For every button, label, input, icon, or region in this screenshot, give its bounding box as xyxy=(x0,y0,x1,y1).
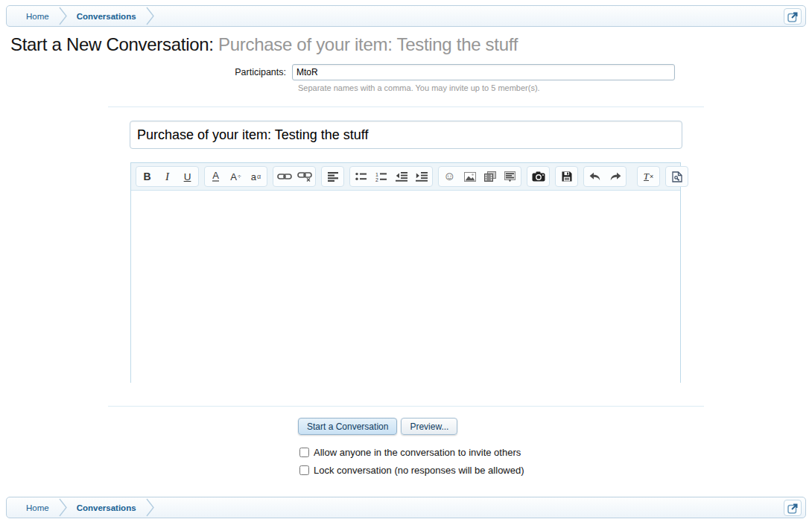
unlink-icon xyxy=(297,171,312,182)
breadcrumb-separator-icon xyxy=(58,497,68,518)
upload-image-icon xyxy=(532,171,545,182)
toolbar-group-media: ☺ xyxy=(438,166,521,187)
bullet-list-icon xyxy=(355,172,367,181)
preview-button[interactable]: Preview... xyxy=(401,418,457,435)
redo-icon xyxy=(609,172,621,181)
external-arrow-icon xyxy=(787,11,799,22)
bbcode-editor-toggle-icon xyxy=(672,171,682,182)
font-family-icon: a xyxy=(251,171,256,182)
start-conversation-button[interactable]: Start a Conversation xyxy=(298,418,397,435)
insert-link-button[interactable] xyxy=(274,168,294,185)
breadcrumb-home-link[interactable]: Home xyxy=(19,503,57,512)
breadcrumb-conversations-link[interactable]: Conversations xyxy=(69,12,144,21)
smilies-icon: ☺ xyxy=(443,170,455,183)
breadcrumb-separator-icon xyxy=(58,6,68,26)
lock-conversation-checkbox[interactable] xyxy=(299,465,309,475)
page-title-prefix: Start a New Conversation: xyxy=(10,34,214,54)
toolbar-group-lists: 1 2 xyxy=(349,166,433,187)
drafts-save-button[interactable] xyxy=(556,168,577,185)
toolbar-group-align xyxy=(321,166,344,187)
svg-text:2: 2 xyxy=(375,177,378,182)
breadcrumb-separator-icon xyxy=(145,6,155,26)
alignment-button[interactable] xyxy=(323,168,343,185)
drafts-save-icon xyxy=(562,171,572,182)
indent-button[interactable] xyxy=(411,168,431,185)
toolbar-group-drafts xyxy=(555,166,578,187)
indent-icon xyxy=(416,172,428,182)
underline-button[interactable]: U xyxy=(177,168,197,185)
insert-image-button[interactable] xyxy=(460,168,480,185)
font-family-button[interactable]: aα xyxy=(246,168,266,185)
insert-quote-icon xyxy=(504,171,516,182)
toolbar-group-remove-format: T× xyxy=(637,166,660,187)
section-divider xyxy=(108,406,704,407)
undo-button[interactable] xyxy=(585,168,605,185)
page-title-subject: Purchase of your item: Testing the stuff xyxy=(218,34,518,54)
numbered-list-button[interactable]: 1 2 xyxy=(371,168,391,185)
participants-label: Participants: xyxy=(0,67,292,77)
breadcrumb-separator-icon xyxy=(145,497,155,518)
jump-to-navigation-button[interactable] xyxy=(784,8,802,25)
participants-row: Participants: xyxy=(0,64,812,80)
conversation-title-input[interactable] xyxy=(130,121,682,149)
bullet-list-button[interactable] xyxy=(351,168,371,185)
breadcrumb-conversations-link[interactable]: Conversations xyxy=(69,503,144,512)
bold-button[interactable]: B xyxy=(137,168,157,185)
breadcrumb-home-link[interactable]: Home xyxy=(19,12,57,21)
unlink-button[interactable] xyxy=(294,168,314,185)
jump-to-navigation-button[interactable] xyxy=(784,500,802,516)
action-buttons: Start a Conversation Preview... xyxy=(298,418,457,435)
insert-quote-button[interactable] xyxy=(500,168,520,185)
redo-button[interactable] xyxy=(605,168,625,185)
insert-image-icon xyxy=(464,172,476,182)
toolbar-group-upload xyxy=(527,166,550,187)
toolbar-group-link xyxy=(273,166,316,187)
editor-toolbar: B I U A A÷ aα xyxy=(131,163,680,191)
underline-icon: U xyxy=(184,171,191,182)
rich-text-editor: B I U A A÷ aα xyxy=(130,162,681,383)
font-color-button[interactable]: A xyxy=(206,168,226,185)
undo-icon xyxy=(589,172,601,181)
external-arrow-icon xyxy=(787,503,799,514)
toolbar-group-basic: B I U xyxy=(136,166,199,187)
insert-media-button[interactable] xyxy=(480,168,500,185)
remove-formatting-button[interactable]: T× xyxy=(638,168,659,185)
font-color-icon: A xyxy=(212,171,219,182)
lock-conversation-option: Lock conversation (no responses will be … xyxy=(299,465,524,476)
svg-text:1: 1 xyxy=(375,172,378,177)
participants-help-text: Separate names with a comma. You may inv… xyxy=(298,83,540,92)
toolbar-group-bbcode xyxy=(665,166,688,187)
allow-invite-label: Allow anyone in the conversation to invi… xyxy=(314,447,521,458)
toolbar-group-history xyxy=(583,166,627,187)
font-size-icon: A xyxy=(230,171,237,182)
editor-body[interactable] xyxy=(131,191,680,383)
section-divider xyxy=(108,106,704,107)
participants-input[interactable] xyxy=(292,64,675,80)
outdent-icon xyxy=(396,172,407,182)
insert-link-icon xyxy=(277,172,292,181)
conversation-options: Allow anyone in the conversation to invi… xyxy=(299,447,524,476)
breadcrumb-bar-bottom: Home Conversations xyxy=(6,497,806,518)
italic-icon: I xyxy=(165,171,169,183)
bbcode-editor-toggle-button[interactable] xyxy=(667,168,687,185)
remove-formatting-icon: T xyxy=(644,172,649,181)
breadcrumb-bar-top: Home Conversations xyxy=(6,5,806,27)
font-size-button[interactable]: A÷ xyxy=(226,168,246,185)
page-title: Start a New Conversation: Purchase of yo… xyxy=(10,34,518,55)
allow-invite-checkbox[interactable] xyxy=(299,448,309,457)
numbered-list-icon: 1 2 xyxy=(375,172,387,182)
allow-invite-option: Allow anyone in the conversation to invi… xyxy=(299,447,524,458)
bold-icon: B xyxy=(143,171,150,182)
smilies-button[interactable]: ☺ xyxy=(440,168,460,185)
outdent-button[interactable] xyxy=(391,168,411,185)
upload-image-button[interactable] xyxy=(528,168,548,185)
italic-button[interactable]: I xyxy=(157,168,177,185)
toolbar-group-font: A A÷ aα xyxy=(204,166,267,187)
alignment-icon xyxy=(328,172,338,182)
lock-conversation-label: Lock conversation (no responses will be … xyxy=(314,465,524,476)
insert-media-icon xyxy=(484,171,496,182)
